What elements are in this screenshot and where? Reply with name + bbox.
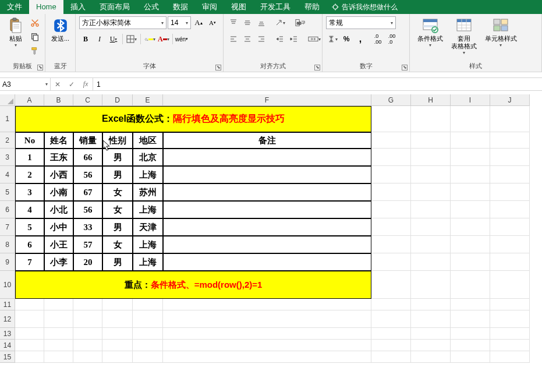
cell[interactable]	[451, 253, 490, 271]
row-header-11[interactable]: 11	[0, 299, 15, 310]
row-header-5[interactable]: 5	[0, 183, 15, 201]
cell[interactable]	[44, 310, 73, 328]
align-middle-button[interactable]	[241, 16, 254, 29]
cell[interactable]	[133, 340, 163, 351]
cell[interactable]	[371, 328, 411, 340]
cell[interactable]: 销量	[73, 132, 102, 149]
fill-color-button[interactable]: ▾	[143, 33, 156, 45]
cell[interactable]	[490, 351, 530, 363]
cell[interactable]: 女	[102, 201, 133, 218]
cell-grid[interactable]: Excel函数公式：隔行填色及高亮度显示技巧No姓名销量性别地区备注1王东66男…	[15, 106, 530, 363]
cell[interactable]	[411, 328, 451, 340]
cell[interactable]	[15, 299, 44, 310]
cell[interactable]	[371, 351, 411, 363]
cell[interactable]	[451, 236, 490, 253]
cell[interactable]	[490, 340, 530, 351]
dialog-launcher-icon[interactable]: ⬊	[37, 65, 43, 70]
align-bottom-button[interactable]	[255, 16, 268, 29]
cell[interactable]: 女	[102, 236, 133, 253]
cell[interactable]	[451, 299, 490, 310]
cell[interactable]: 苏州	[133, 183, 163, 201]
decrease-indent-button[interactable]	[274, 33, 286, 45]
cell[interactable]	[44, 351, 73, 363]
cell[interactable]	[44, 328, 73, 340]
accounting-format-button[interactable]: ▾	[326, 33, 339, 45]
cell[interactable]	[371, 183, 411, 201]
fx-button[interactable]: fx	[79, 79, 93, 90]
cell[interactable]: 66	[73, 149, 102, 166]
cell[interactable]: 备注	[163, 132, 371, 149]
cell[interactable]	[411, 183, 451, 201]
row-header-8[interactable]: 8	[0, 236, 15, 253]
cell[interactable]	[102, 328, 133, 340]
cell[interactable]	[451, 310, 490, 328]
row-header-13[interactable]: 13	[0, 328, 15, 340]
cell[interactable]	[102, 310, 133, 328]
cell[interactable]	[371, 106, 411, 132]
col-header-B[interactable]: B	[44, 94, 73, 106]
col-header-G[interactable]: G	[371, 94, 411, 106]
cell[interactable]	[163, 340, 371, 351]
cell[interactable]: 地区	[133, 132, 163, 149]
percent-button[interactable]: %	[340, 33, 353, 45]
menu-tab-页面布局[interactable]: 页面布局	[93, 0, 137, 14]
cell[interactable]: 男	[102, 253, 133, 271]
cell[interactable]	[371, 236, 411, 253]
cell[interactable]	[451, 106, 490, 132]
cell[interactable]	[371, 253, 411, 271]
cell[interactable]	[451, 351, 490, 363]
menu-tab-home[interactable]: Home	[29, 0, 63, 14]
row-header-12[interactable]: 12	[0, 310, 15, 328]
cell[interactable]: 小王	[44, 236, 73, 253]
cell[interactable]	[371, 310, 411, 328]
align-left-button[interactable]	[227, 33, 240, 45]
select-all-corner[interactable]	[0, 94, 15, 106]
row-header-15[interactable]: 15	[0, 351, 15, 363]
cell[interactable]	[451, 149, 490, 166]
cell[interactable]	[133, 299, 163, 310]
cell[interactable]	[411, 351, 451, 363]
cell[interactable]	[451, 340, 490, 351]
col-header-E[interactable]: E	[133, 94, 163, 106]
italic-button[interactable]: I	[93, 33, 106, 45]
menu-tab-公式[interactable]: 公式	[137, 0, 166, 14]
row-header-3[interactable]: 3	[0, 149, 15, 166]
cell[interactable]	[411, 149, 451, 166]
cell[interactable]	[371, 218, 411, 236]
cell[interactable]	[133, 310, 163, 328]
cell[interactable]	[490, 166, 530, 183]
cell[interactable]	[411, 310, 451, 328]
cell[interactable]: 小李	[44, 253, 73, 271]
cell[interactable]	[163, 328, 371, 340]
cell[interactable]	[411, 236, 451, 253]
underline-button[interactable]: U▾	[107, 33, 120, 45]
cell[interactable]	[490, 106, 530, 132]
row-header-4[interactable]: 4	[0, 166, 15, 183]
cell[interactable]: 上海	[133, 166, 163, 183]
dialog-launcher-icon[interactable]: ⬊	[314, 65, 320, 70]
cell[interactable]	[15, 328, 44, 340]
cell[interactable]	[371, 299, 411, 310]
cell[interactable]	[163, 201, 371, 218]
cell[interactable]: 6	[15, 236, 44, 253]
tell-me[interactable]: 告诉我你想做什么	[331, 2, 398, 12]
bluetooth-send-button[interactable]: 发送...	[49, 16, 72, 43]
row-header-14[interactable]: 14	[0, 340, 15, 351]
cell[interactable]	[451, 328, 490, 340]
cell[interactable]: 王东	[44, 149, 73, 166]
cell[interactable]	[371, 340, 411, 351]
number-format-select[interactable]: 常规▾	[326, 16, 396, 29]
cell[interactable]	[411, 340, 451, 351]
paste-button[interactable]: 粘贴 ▾	[3, 16, 27, 48]
cell[interactable]	[73, 310, 102, 328]
cell[interactable]: 1	[15, 149, 44, 166]
cell[interactable]	[490, 253, 530, 271]
cell[interactable]	[411, 218, 451, 236]
cell[interactable]: 上海	[133, 201, 163, 218]
formula-input[interactable]: 1	[93, 78, 542, 90]
merge-button[interactable]: ▾	[306, 33, 323, 45]
cell[interactable]: 上海	[133, 253, 163, 271]
cell[interactable]	[163, 236, 371, 253]
cell[interactable]	[490, 271, 530, 299]
cell[interactable]	[490, 149, 530, 166]
